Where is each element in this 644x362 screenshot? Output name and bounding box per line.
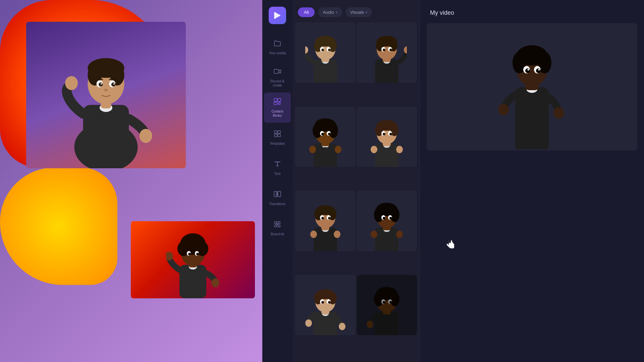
avatar-grid — [292, 22, 420, 358]
sidebar-label-text: Text — [274, 172, 280, 176]
svg-rect-142 — [515, 87, 549, 149]
sidebar-item-templates[interactable]: Templates — [264, 123, 291, 153]
avatar-card-8[interactable] — [357, 275, 417, 335]
svg-rect-1 — [83, 105, 129, 161]
avatar-card-2[interactable] — [357, 22, 417, 83]
avatar-card-6[interactable] — [357, 191, 417, 251]
svg-point-103 — [310, 231, 317, 238]
sidebar-label-your-media: Your media — [269, 51, 286, 55]
svg-point-27 — [196, 253, 199, 255]
svg-point-156 — [553, 107, 564, 119]
chevron-down-icon-2: ▾ — [366, 10, 367, 14]
sidebar-item-content-library[interactable]: Contentlibrary — [264, 93, 291, 123]
svg-point-116 — [371, 231, 377, 238]
svg-point-12 — [101, 83, 102, 84]
svg-point-29 — [211, 279, 219, 287]
svg-point-151 — [525, 68, 530, 73]
content-panel: All Audio ▾ Visuals ▾ — [292, 0, 420, 362]
svg-point-104 — [334, 231, 340, 238]
record-icon — [273, 67, 281, 77]
svg-rect-17 — [179, 265, 206, 298]
svg-point-10 — [99, 82, 103, 87]
svg-point-101 — [321, 217, 324, 220]
svg-point-117 — [396, 231, 403, 238]
sidebar-item-your-media[interactable]: Your media — [264, 32, 291, 62]
svg-point-110 — [374, 207, 383, 222]
svg-point-72 — [329, 123, 338, 138]
sidebar-item-brand-kit[interactable]: Brand kit — [264, 213, 291, 243]
content-library-icon — [273, 98, 281, 108]
sidebar-label-transitions: Transitions — [269, 202, 286, 206]
svg-rect-38 — [278, 134, 280, 137]
svg-rect-40 — [278, 191, 281, 197]
svg-point-127 — [321, 301, 324, 304]
svg-rect-32 — [278, 99, 281, 102]
filter-all-button[interactable]: All — [298, 7, 315, 17]
svg-point-41 — [277, 224, 278, 225]
svg-rect-35 — [274, 131, 277, 133]
canvas-area — [0, 0, 262, 362]
svg-point-115 — [389, 217, 392, 220]
sidebar-item-record-create[interactable]: Record &create — [264, 62, 291, 93]
svg-rect-33 — [274, 102, 277, 105]
filter-visuals-button[interactable]: Visuals ▾ — [345, 7, 372, 17]
avatar-card-3[interactable] — [295, 107, 356, 167]
svg-point-154 — [538, 69, 540, 71]
svg-point-130 — [339, 323, 345, 330]
svg-point-78 — [335, 146, 341, 153]
bg-blob-yellow — [0, 168, 117, 285]
svg-rect-37 — [274, 134, 277, 137]
svg-rect-30 — [274, 69, 279, 73]
sidebar-label-content-library: Contentlibrary — [271, 110, 283, 118]
svg-point-71 — [313, 123, 322, 138]
svg-point-77 — [309, 146, 316, 153]
sidebar-item-transitions[interactable]: Transitions — [264, 183, 291, 213]
app-logo[interactable] — [269, 7, 286, 24]
main-video-panel — [26, 22, 186, 168]
visuals-label: Visuals — [350, 10, 364, 15]
svg-point-26 — [188, 253, 191, 255]
avatar-card-5[interactable] — [295, 191, 356, 251]
avatar-card-4[interactable] — [357, 107, 417, 167]
svg-point-13 — [113, 83, 115, 84]
svg-rect-31 — [274, 99, 277, 102]
my-video-header: My video — [420, 0, 644, 23]
sidebar-label-record-create: Record &create — [270, 79, 284, 87]
svg-point-89 — [389, 133, 392, 135]
svg-point-153 — [528, 69, 529, 71]
sidebar-label-templates: Templates — [270, 142, 285, 146]
svg-point-152 — [536, 68, 541, 73]
svg-point-91 — [396, 146, 403, 153]
avatar-card-1[interactable] — [295, 22, 356, 83]
svg-point-51 — [321, 49, 324, 51]
sidebar-label-brand-kit: Brand kit — [271, 232, 284, 236]
filter-bar: All Audio ▾ Visuals ▾ — [292, 0, 420, 22]
svg-rect-39 — [274, 191, 277, 197]
transitions-icon — [273, 190, 281, 200]
avatar-card-7[interactable] — [295, 275, 356, 335]
svg-point-114 — [383, 217, 385, 220]
right-panel: My video — [420, 0, 644, 362]
text-icon — [273, 160, 281, 170]
templates-icon — [273, 130, 281, 140]
filter-audio-button[interactable]: Audio ▾ — [318, 7, 342, 17]
svg-point-76 — [328, 133, 331, 135]
sidebar: Your media Record &create Contentlibrary — [262, 0, 292, 362]
folder-icon — [273, 39, 281, 49]
svg-point-155 — [498, 104, 509, 115]
brand-kit-icon — [273, 220, 281, 230]
svg-point-128 — [328, 301, 331, 304]
svg-point-90 — [371, 146, 377, 153]
svg-point-11 — [111, 82, 116, 87]
secondary-avatar — [166, 225, 220, 298]
my-video-title: My video — [430, 9, 454, 16]
svg-point-75 — [321, 133, 324, 135]
svg-point-15 — [65, 76, 78, 90]
secondary-video-panel — [131, 221, 255, 298]
svg-point-102 — [328, 217, 331, 220]
svg-rect-36 — [278, 131, 280, 133]
chevron-down-icon: ▾ — [336, 10, 337, 14]
sidebar-item-text[interactable]: Text — [264, 153, 291, 183]
right-panel-avatar-card[interactable] — [427, 23, 637, 150]
audio-label: Audio — [323, 10, 334, 15]
